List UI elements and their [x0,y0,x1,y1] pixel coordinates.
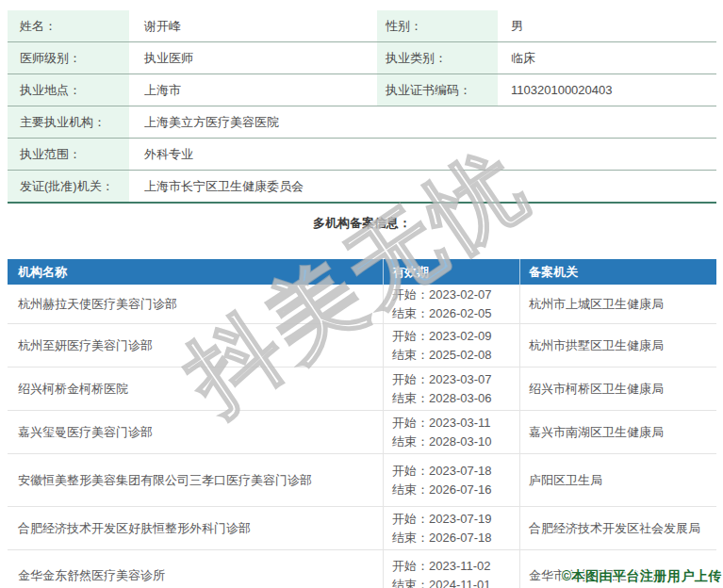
multi-institution-section-title: 多机构备案信息： [8,215,716,232]
institution-name: 杭州赫拉天使医疗美容门诊部 [8,285,383,323]
validity-end: 结束：2024-11-01 [392,576,491,588]
practice-scope-label: 执业范围： [8,139,129,170]
profile-row-issuing-authority: 发证(批准)机关： 上海市长宁区卫生健康委员会 [8,171,716,204]
filing-row: 杭州至妍医疗美容门诊部 开始：2023-02-09 结束：2025-02-08 … [8,324,716,368]
main-institution-label: 主要执业机构： [8,106,129,138]
filing-row: 合肥经济技术开发区好肤恒整形外科门诊部 开始：2023-07-19 结束：202… [8,507,716,550]
filing-authority: 杭州市拱墅区卫生健康局 [519,324,716,367]
institution-name: 嘉兴玺曼医疗美容门诊部 [8,411,383,453]
filing-authority: 绍兴市柯桥区卫生健康局 [519,368,716,410]
filing-row: 安徽恒美整形美容集团有限公司三孝口医疗美容门诊部 开始：2023-07-18 结… [8,454,716,507]
certificate-number-value: 110320100020403 [498,74,716,106]
validity-start: 开始：2023-07-18 [392,462,492,481]
validity-end: 结束：2026-07-16 [392,481,492,499]
validity-end: 结束：2028-03-06 [392,389,492,408]
validity-start: 开始：2023-03-07 [392,370,492,389]
practice-category-value: 临床 [498,42,716,74]
validity-end: 结束：2026-02-05 [392,304,492,323]
filing-row: 杭州赫拉天使医疗美容门诊部 开始：2023-02-07 结束：2026-02-0… [8,285,716,324]
gender-value: 男 [498,10,716,41]
validity-period: 开始：2023-07-19 结束：2026-07-18 [383,507,519,549]
institution-name: 安徽恒美整形美容集团有限公司三孝口医疗美容门诊部 [8,454,383,506]
gender-label: 性别： [377,10,498,41]
header-filing-authority: 备案机关 [519,259,716,285]
doctor-registration-page: 姓名： 谢开峰 性别： 男 医师级别： 执业医师 执业类别： 临床 执业地点： … [8,10,716,588]
institution-name: 杭州至妍医疗美容门诊部 [8,324,383,367]
validity-end: 结束：2026-07-18 [392,529,492,547]
main-institution-value: 上海美立方医疗美容医院 [129,106,716,138]
profile-row-name-gender: 姓名： 谢开峰 性别： 男 [8,10,716,42]
profile-row-location-certificate: 执业地点： 上海市 执业证书编码： 110320100020403 [8,74,716,106]
institution-name: 金华金东舒然医疗美容诊所 [8,550,383,588]
filing-row: 绍兴柯桥金柯桥医院 开始：2023-03-07 结束：2028-03-06 绍兴… [8,368,716,411]
practice-scope-value: 外科专业 [129,139,716,170]
validity-start: 开始：2023-11-02 [392,557,491,576]
practice-location-label: 执业地点： [8,74,129,106]
doctor-level-label: 医师级别： [8,42,129,74]
validity-period: 开始：2023-03-11 结束：2028-03-10 [383,411,519,453]
profile-row-level-category: 医师级别： 执业医师 执业类别： 临床 [8,42,716,74]
validity-start: 开始：2023-02-09 [392,327,492,346]
name-label: 姓名： [8,10,129,41]
issuing-authority-value: 上海市长宁区卫生健康委员会 [129,171,716,202]
copyright-badge: ©本图由平台注册用户上传 [562,568,722,585]
filing-authority: 合肥经济技术开发区社会发展局 [519,507,716,549]
validity-period: 开始：2023-03-07 结束：2028-03-06 [383,368,519,410]
profile-row-practice-scope: 执业范围： 外科专业 [8,139,716,171]
filing-authority: 杭州市上城区卫生健康局 [519,285,716,323]
validity-period: 开始：2023-11-02 结束：2024-11-01 [383,550,519,588]
issuing-authority-label: 发证(批准)机关： [8,171,129,202]
certificate-number-label: 执业证书编码： [377,74,498,106]
practice-category-label: 执业类别： [377,42,498,74]
validity-period: 开始：2023-07-18 结束：2026-07-16 [383,454,519,506]
validity-period: 开始：2023-02-07 结束：2026-02-05 [383,285,519,323]
doctor-level-value: 执业医师 [129,42,377,74]
institution-name: 合肥经济技术开发区好肤恒整形外科门诊部 [8,507,383,549]
validity-start: 开始：2023-02-07 [392,286,492,304]
filing-authority: 嘉兴市南湖区卫生健康局 [519,411,716,453]
filing-authority: 庐阳区卫生局 [519,454,716,506]
validity-start: 开始：2023-03-11 [392,414,491,433]
practice-location-value: 上海市 [129,74,377,106]
institution-name: 绍兴柯桥金柯桥医院 [8,368,383,410]
name-value: 谢开峰 [129,10,377,41]
filing-row: 嘉兴玺曼医疗美容门诊部 开始：2023-03-11 结束：2028-03-10 … [8,411,716,454]
header-institution-name: 机构名称 [8,259,383,285]
filing-table: 机构名称 有效期 备案机关 杭州赫拉天使医疗美容门诊部 开始：2023-02-0… [8,259,716,588]
validity-end: 结束：2028-03-10 [392,433,492,451]
doctor-profile-table: 姓名： 谢开峰 性别： 男 医师级别： 执业医师 执业类别： 临床 执业地点： … [8,10,716,204]
filing-table-header: 机构名称 有效期 备案机关 [8,259,716,285]
validity-end: 结束：2025-02-08 [392,346,492,365]
profile-row-main-institution: 主要执业机构： 上海美立方医疗美容医院 [8,106,716,139]
validity-start: 开始：2023-07-19 [392,510,492,529]
validity-period: 开始：2023-02-09 结束：2025-02-08 [383,324,519,367]
filing-table-body: 杭州赫拉天使医疗美容门诊部 开始：2023-02-07 结束：2026-02-0… [8,285,716,588]
header-validity-period: 有效期 [383,259,519,285]
